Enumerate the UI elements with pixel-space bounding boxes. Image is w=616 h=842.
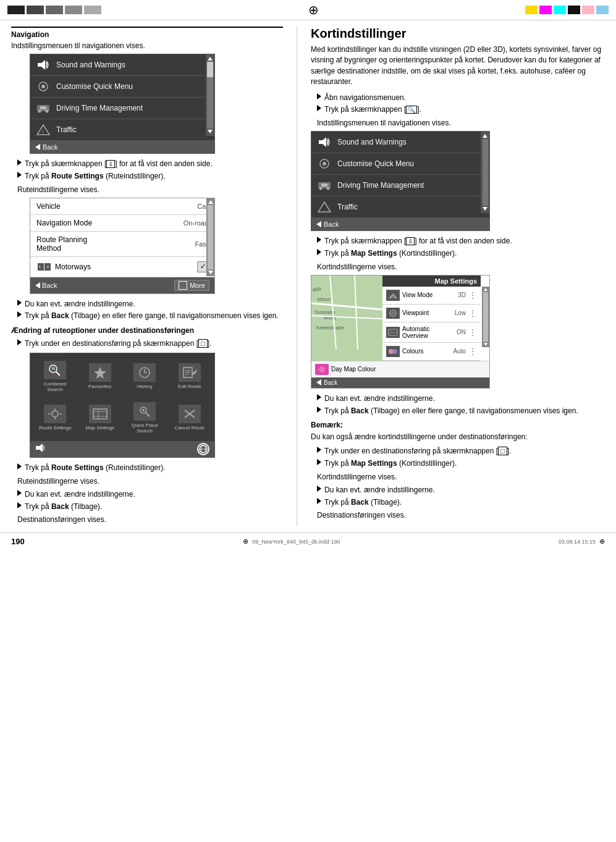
square-icon-2: □ <box>498 447 507 455</box>
svg-point-47 <box>319 187 323 190</box>
map-settings-row-viewpoint[interactable]: Viewpoint Low ⋮ <box>382 305 481 322</box>
section-heading: Navigation <box>11 27 283 39</box>
cb-pink <box>582 6 594 14</box>
nav-item-sound[interactable]: Sound and Warnings <box>30 54 214 76</box>
bullet-5-1: Du kan evt. ændre indstillingerne. <box>11 489 283 500</box>
right-nav-customise[interactable]: Customise Quick Menu <box>311 153 489 175</box>
combined-search-label: CombinedSearch <box>44 381 66 392</box>
right-bullet-5-1: Du kan evt. ændre indstillingerne. <box>311 485 605 495</box>
svg-point-2 <box>41 85 45 88</box>
quick-combined-search[interactable]: 🔍 CombinedSearch <box>34 357 77 396</box>
quick-history[interactable]: History <box>124 357 166 396</box>
ms-scroll-down <box>484 343 487 346</box>
svg-point-4 <box>38 110 41 113</box>
right-bullet-text-1-1: Åbn navigationsmenuen. <box>324 93 605 103</box>
more-icon <box>179 281 187 290</box>
route-row-planning[interactable]: Route PlanningMethod Fast <box>30 232 214 257</box>
right-bullet-arrow-5-1 <box>317 486 321 492</box>
svg-rect-12 <box>48 266 48 268</box>
svg-point-25 <box>52 411 58 417</box>
map-circle-icon <box>197 443 209 455</box>
quick-route-settings[interactable]: Route Settings <box>34 398 77 437</box>
bullets-section-5: Du kan evt. ændre indstillingerne. Tryk … <box>11 489 283 512</box>
back-label-1: Back <box>43 143 57 151</box>
right-bullet-arrow-4-1 <box>317 447 321 453</box>
quick-place-search[interactable]: Quick PlaceSearch <box>124 398 166 437</box>
ms-back-label: Back <box>324 379 337 386</box>
view-mode-icon <box>386 290 400 301</box>
footer-center: ⊕ 09_NewYork_840_845_dk.indd 190 <box>243 537 340 545</box>
page-content: Navigation Indstillingsmenuen til naviga… <box>0 20 616 533</box>
edit-route-label: Edit Route <box>178 384 201 389</box>
route-back-btn[interactable]: Back <box>35 282 57 289</box>
nav-item-customise[interactable]: Customise Quick Menu <box>30 76 214 98</box>
auto-overview-label: Automatic Overview <box>402 326 454 339</box>
driving-icon <box>35 101 51 115</box>
svg-point-66 <box>319 366 325 373</box>
history-icon <box>133 363 156 382</box>
auto-overview-dots: ⋮ <box>468 327 477 337</box>
svg-rect-9 <box>38 263 44 271</box>
color-blocks-right <box>525 6 609 14</box>
right-nav-driving[interactable]: Driving Time Management <box>311 175 489 196</box>
map-settings-screen: 96a Metzer Torstraße Mollstr Keibelstraß… <box>311 275 490 389</box>
view-mode-value: 3D <box>458 292 466 298</box>
svg-marker-24 <box>192 370 197 375</box>
nav-screen-2: Sound and Warnings Customise Quick Menu <box>311 131 490 231</box>
cb-blue <box>596 6 609 14</box>
route-row-nav-mode[interactable]: Navigation Mode On-road <box>30 215 214 232</box>
bullet-text-5-1: Du kan evt. ændre indstillingerne. <box>25 489 283 500</box>
map-preview: 96a Metzer Torstraße Mollstr Keibelstraß… <box>311 276 382 361</box>
nav-item-traffic[interactable]: ! Traffic <box>30 119 214 141</box>
route-back-label: Back <box>42 282 57 289</box>
combined-search-icon: 🔍 <box>44 361 66 379</box>
svg-line-53 <box>330 276 336 350</box>
svg-marker-16 <box>94 367 106 379</box>
route-row-motorways[interactable]: Motorways ✓ <box>30 257 214 277</box>
svg-line-54 <box>355 276 358 350</box>
right-bullet-arrow-3-1 <box>317 394 321 400</box>
cb-magenta <box>539 6 552 14</box>
right-nav-traffic[interactable]: Traffic <box>311 196 489 218</box>
nav-item-traffic-label: Traffic <box>56 125 203 134</box>
footer-right: 03.09.14 15:15 ⊕ <box>559 537 605 545</box>
svg-marker-39 <box>36 444 43 452</box>
route-more-btn[interactable]: More <box>174 280 209 291</box>
nav-screen-1: Sound and Warnings Customise Quick Menu <box>30 54 215 154</box>
route-scrollbar[interactable] <box>206 198 214 276</box>
bullet-2-2: Tryk på Back (Tilbage) en eller flere ga… <box>11 311 283 321</box>
right-sound-icon <box>316 135 332 149</box>
route-row-vehicle[interactable]: Vehicle Car <box>30 198 214 215</box>
right-bullet-arrow-2-1 <box>317 237 321 243</box>
right-bullet-text-4-2: Tryk på Map Settings (Kortindstillinger)… <box>324 458 605 469</box>
route-navmode-value: On-road <box>184 219 208 227</box>
bullet-arrow-2-1 <box>17 300 22 306</box>
map-settings-scrollbar[interactable] <box>482 287 489 347</box>
right-bullet-2-2: Tryk på Map Settings (Kortindstillinger)… <box>311 248 605 259</box>
svg-point-48 <box>327 187 330 190</box>
quick-favourites[interactable]: Favourites <box>79 357 122 396</box>
route-more-label: More <box>190 282 205 289</box>
right-bullet-2-1: Tryk på skærmknappen [⇩] for at få vist … <box>311 236 605 246</box>
right-nav-item-sound[interactable]: Sound and Warnings <box>311 132 489 153</box>
day-map-colour-label: Day Map Colour <box>331 366 376 373</box>
map-settings-row-colours[interactable]: Colours Auto ⋮ <box>382 343 481 361</box>
nav-scrollbar-1[interactable] <box>206 54 214 136</box>
color-blocks-left <box>7 6 101 14</box>
nav-item-driving[interactable]: Driving Time Management <box>30 98 214 119</box>
quick-edit-route[interactable]: Edit Route <box>169 357 211 396</box>
svg-point-45 <box>323 162 326 166</box>
volume-icon-bottom <box>35 443 49 455</box>
map-settings-row-auto[interactable]: Automatic Overview ON ⋮ <box>382 322 481 343</box>
right-bullet-text-5-2: Tryk på Back (Tilbage). <box>324 497 605 508</box>
page-footer: 190 ⊕ 09_NewYork_840_845_dk.indd 190 03.… <box>0 533 616 550</box>
bullet-arrow-2 <box>17 172 22 178</box>
quick-map-settings[interactable]: Map Settings <box>79 398 122 437</box>
right-nav-scrollbar[interactable] <box>481 132 489 213</box>
map-settings-row-viewmode[interactable]: View Mode 3D ⋮ <box>382 287 481 305</box>
right-bullet-text-1-2: Tryk på skærmknappen [🔍]. <box>324 104 605 115</box>
quick-cancel-route[interactable]: Cancel Route <box>169 398 211 437</box>
day-map-colour-row[interactable]: Day Map Colour <box>311 361 489 377</box>
right-driving-icon <box>316 179 332 192</box>
viewpoint-value: Low <box>455 309 466 316</box>
